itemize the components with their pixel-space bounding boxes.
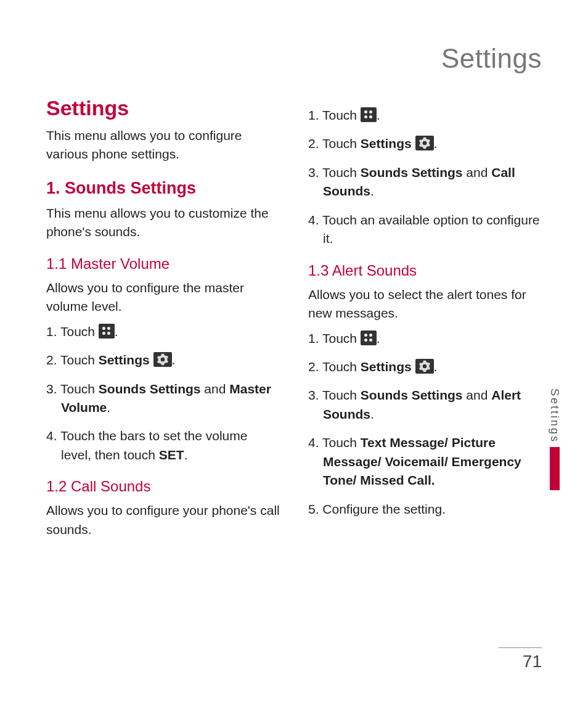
step-item: 4. Touch the bars to set the volume leve… bbox=[46, 427, 280, 464]
step-text: 3. Touch bbox=[308, 388, 361, 402]
step-text: 1. Touch bbox=[46, 324, 99, 339]
step-text: . bbox=[434, 136, 438, 150]
step-text: 1. Touch bbox=[308, 331, 361, 345]
step-text: 2. Touch bbox=[308, 136, 361, 150]
side-tab-bar bbox=[550, 447, 560, 490]
step-text: . bbox=[115, 324, 118, 339]
apps-icon bbox=[361, 330, 377, 345]
step-bold: Sounds Settings bbox=[361, 388, 463, 402]
step-text: . bbox=[377, 331, 380, 345]
step-bold: SET bbox=[159, 448, 184, 462]
step-text: 2. Touch bbox=[308, 359, 361, 374]
step-text: . bbox=[184, 448, 188, 462]
step-item: 1. Touch . bbox=[308, 106, 542, 125]
side-tab: Settings bbox=[548, 388, 561, 490]
apps-icon bbox=[361, 107, 377, 122]
step-text: 3. Touch bbox=[46, 382, 99, 396]
step-text: . bbox=[434, 359, 438, 374]
step-text bbox=[412, 359, 415, 374]
call-sounds-steps: 1. Touch . 2. Touch Settings . 3. Touch … bbox=[308, 106, 542, 248]
right-column: 1. Touch . 2. Touch Settings . 3. Touch … bbox=[308, 96, 542, 541]
master-volume-intro: Allows you to configure the master volum… bbox=[46, 279, 280, 316]
content-columns: Settings This menu allows you to configu… bbox=[46, 96, 542, 541]
step-item: 2. Touch Settings . bbox=[308, 134, 542, 153]
step-text: . bbox=[370, 407, 374, 421]
step-text: 3. Touch bbox=[308, 165, 361, 179]
step-text: 1. Touch bbox=[308, 108, 361, 122]
step-text: and bbox=[463, 388, 492, 402]
step-bold: Settings bbox=[361, 136, 412, 150]
page-number: 71 bbox=[499, 647, 542, 671]
call-sounds-intro: Allows you to configure your phone's cal… bbox=[46, 501, 280, 539]
page-header: Settings bbox=[46, 43, 542, 74]
step-text: . bbox=[370, 184, 374, 198]
step-bold: Sounds Settings bbox=[99, 382, 201, 396]
step-item: 3. Touch Sounds Settings and Call Sounds… bbox=[308, 163, 542, 201]
step-item: 1. Touch . bbox=[308, 329, 542, 348]
step-bold: Settings bbox=[99, 353, 150, 367]
step-item: 1. Touch . bbox=[46, 322, 280, 341]
master-volume-steps: 1. Touch . 2. Touch Settings . 3. Touch … bbox=[46, 322, 280, 465]
alert-sounds-intro: Allows you to select the alert tones for… bbox=[308, 285, 542, 323]
step-text: 4. Touch bbox=[308, 435, 361, 449]
gear-icon bbox=[415, 359, 434, 374]
step-item: 3. Touch Sounds Settings and Master Volu… bbox=[46, 380, 280, 417]
step-text bbox=[412, 136, 415, 150]
side-tab-label: Settings bbox=[548, 388, 561, 443]
gear-icon bbox=[415, 136, 434, 150]
step-text: . bbox=[377, 108, 380, 122]
step-item: 2. Touch Settings . bbox=[46, 351, 280, 369]
intro-text: This menu allows you to configure variou… bbox=[46, 126, 280, 164]
step-item: 5. Configure the setting. bbox=[308, 500, 542, 519]
apps-icon bbox=[99, 324, 115, 339]
step-text: . bbox=[172, 353, 176, 367]
step-text: 2. Touch bbox=[46, 353, 99, 367]
step-text: and bbox=[463, 165, 492, 179]
gear-icon bbox=[153, 352, 172, 367]
step-item: 4. Touch an available option to configur… bbox=[308, 211, 542, 248]
step-bold: Settings bbox=[361, 359, 412, 374]
heading-master-volume: 1.1 Master Volume bbox=[46, 255, 280, 273]
step-item: 3. Touch Sounds Settings and Alert Sound… bbox=[308, 386, 542, 424]
sounds-intro: This menu allows you to customize the ph… bbox=[46, 204, 280, 242]
heading-settings: Settings bbox=[46, 96, 280, 120]
step-item: 2. Touch Settings . bbox=[308, 358, 542, 376]
step-text bbox=[150, 353, 153, 367]
step-text: and bbox=[201, 382, 230, 396]
heading-alert-sounds: 1.3 Alert Sounds bbox=[308, 262, 542, 279]
step-text: 4. Touch the bars to set the volume leve… bbox=[46, 429, 247, 461]
step-text: . bbox=[107, 400, 110, 414]
alert-sounds-steps: 1. Touch . 2. Touch Settings . 3. Touch … bbox=[308, 329, 542, 519]
step-bold: Sounds Settings bbox=[361, 165, 463, 179]
step-item: 4. Touch Text Message/ Picture Message/ … bbox=[308, 433, 542, 490]
left-column: Settings This menu allows you to configu… bbox=[46, 96, 280, 541]
heading-call-sounds: 1.2 Call Sounds bbox=[46, 478, 280, 495]
heading-sounds-settings: 1. Sounds Settings bbox=[46, 179, 280, 198]
